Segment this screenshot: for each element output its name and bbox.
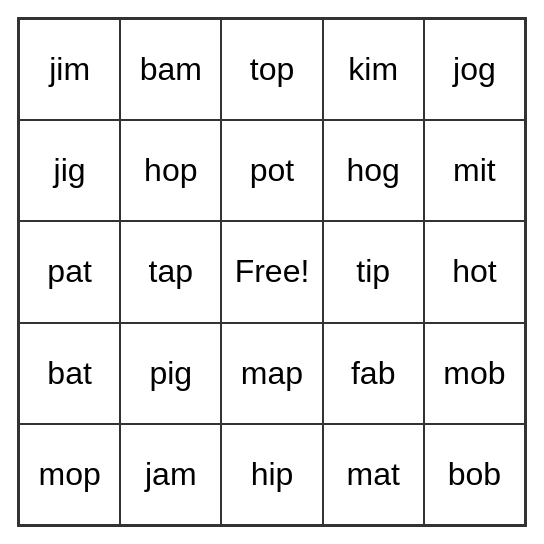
- bingo-cell-16: pig: [120, 323, 221, 424]
- bingo-cell-19: mob: [424, 323, 525, 424]
- bingo-cell-1: bam: [120, 19, 221, 120]
- bingo-cell-17: map: [221, 323, 322, 424]
- bingo-cell-21: jam: [120, 424, 221, 525]
- bingo-cell-8: hog: [323, 120, 424, 221]
- bingo-cell-24: bob: [424, 424, 525, 525]
- bingo-cell-3: kim: [323, 19, 424, 120]
- bingo-cell-6: hop: [120, 120, 221, 221]
- bingo-cell-14: hot: [424, 221, 525, 322]
- bingo-cell-4: jog: [424, 19, 525, 120]
- bingo-cell-0: jim: [19, 19, 120, 120]
- bingo-cell-18: fab: [323, 323, 424, 424]
- bingo-cell-9: mit: [424, 120, 525, 221]
- bingo-cell-22: hip: [221, 424, 322, 525]
- bingo-cell-23: mat: [323, 424, 424, 525]
- bingo-cell-5: jig: [19, 120, 120, 221]
- bingo-cell-12: Free!: [221, 221, 322, 322]
- bingo-cell-10: pat: [19, 221, 120, 322]
- bingo-cell-15: bat: [19, 323, 120, 424]
- bingo-cell-13: tip: [323, 221, 424, 322]
- bingo-cell-11: tap: [120, 221, 221, 322]
- bingo-card: jimbamtopkimjogjighoppothogmitpattapFree…: [17, 17, 527, 527]
- bingo-cell-20: mop: [19, 424, 120, 525]
- bingo-cell-2: top: [221, 19, 322, 120]
- bingo-cell-7: pot: [221, 120, 322, 221]
